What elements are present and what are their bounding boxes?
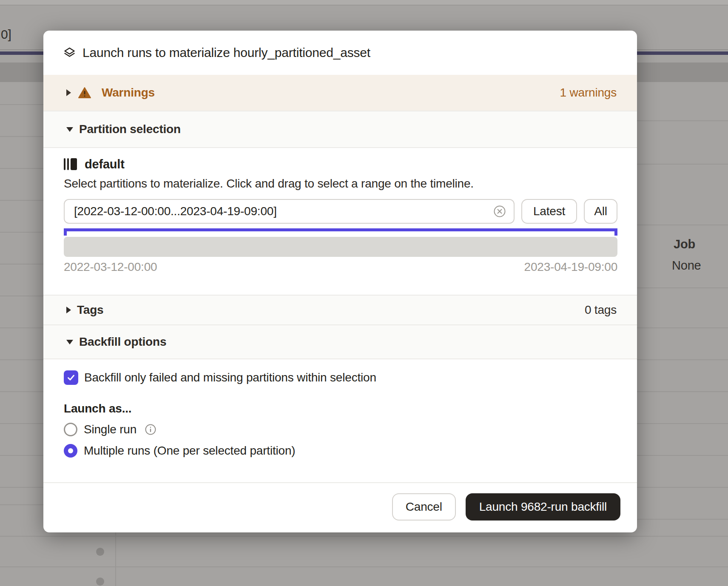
timeline-start-label: 2022-03-12-00:00: [64, 260, 157, 274]
partition-set-icon: [64, 158, 77, 170]
cancel-button[interactable]: Cancel: [392, 493, 456, 521]
dialog-footer: Cancel Launch 9682-run backfill: [43, 482, 637, 532]
timeline-selection-range[interactable]: [64, 228, 617, 231]
tags-count: 0 tags: [585, 303, 617, 317]
warning-triangle-icon: [78, 87, 91, 99]
single-run-label: Single run: [84, 423, 136, 436]
background-row-line: [0, 200, 43, 201]
backfill-options-content: Backfill only failed and missing partiti…: [43, 359, 637, 482]
background-row-line: [637, 391, 728, 392]
background-truncated-text: 0]: [1, 27, 11, 42]
warnings-section-toggle[interactable]: Warnings 1 warnings: [43, 75, 637, 111]
multiple-runs-label: Multiple runs (One per selected partitio…: [84, 444, 295, 458]
background-row-line: [637, 120, 728, 121]
launch-backfill-dialog: Launch runs to materialize hourly_partit…: [43, 31, 637, 532]
background-row-line: [637, 327, 728, 328]
background-row-line: [637, 423, 728, 424]
background-row-line: [637, 164, 728, 165]
background-row-line: [637, 359, 728, 360]
partition-range-value: [2022-03-12-00:00...2023-04-19-09:00]: [74, 205, 493, 218]
clear-selection-icon[interactable]: [493, 205, 506, 218]
background-row-line: [0, 455, 43, 456]
background-row-line: [0, 391, 43, 392]
background-row-line: [637, 519, 728, 520]
background-row-line: [0, 264, 43, 265]
caret-down-icon: [66, 340, 73, 344]
background-row-line: [0, 232, 43, 233]
background-row-line: [0, 487, 43, 488]
background-toolbar-band: [0, 0, 728, 6]
background-row-line: [0, 136, 43, 137]
warnings-label: Warnings: [102, 86, 155, 100]
background-row-line: [0, 359, 43, 360]
tags-label: Tags: [77, 303, 103, 317]
background-row-line: [637, 287, 728, 288]
partition-selection-toggle[interactable]: Partition selection: [43, 111, 637, 148]
background-row-line: [0, 536, 728, 537]
backfill-options-label: Backfill options: [79, 335, 166, 349]
launch-backfill-button[interactable]: Launch 9682-run backfill: [466, 493, 620, 521]
background-row-line: [637, 455, 728, 456]
dimension-name: default: [85, 157, 125, 171]
warnings-count: 1 warnings: [560, 86, 617, 100]
background-row-line: [637, 225, 728, 225]
caret-down-icon: [66, 127, 73, 132]
single-run-radio[interactable]: [64, 423, 77, 436]
partition-timeline[interactable]: [64, 237, 617, 257]
multiple-runs-radio[interactable]: [64, 444, 77, 458]
background-row-line: [0, 104, 43, 105]
partition-selection-content: default Select partitions to materialize…: [43, 148, 637, 295]
info-icon[interactable]: [145, 424, 156, 435]
background-row-line: [0, 327, 43, 328]
partition-selection-label: Partition selection: [79, 122, 181, 136]
partition-range-input[interactable]: [2022-03-12-00:00...2023-04-19-09:00]: [64, 199, 515, 224]
launch-as-label: Launch as...: [64, 402, 617, 415]
latest-button[interactable]: Latest: [521, 199, 577, 224]
timeline-end-label: 2023-04-19-09:00: [524, 260, 617, 274]
background-row-line: [0, 296, 43, 296]
background-status-dot: [96, 577, 104, 586]
all-button[interactable]: All: [584, 199, 617, 224]
background-row-line: [0, 504, 43, 505]
background-job-value: None: [672, 259, 701, 273]
failed-missing-checkbox[interactable]: [64, 370, 78, 385]
dialog-header: Launch runs to materialize hourly_partit…: [43, 31, 637, 75]
background-row-line: [0, 423, 43, 424]
materialize-layers-icon: [64, 47, 75, 59]
background-job-header: Job: [674, 237, 695, 251]
backfill-options-toggle[interactable]: Backfill options: [43, 324, 637, 359]
background-row-line: [0, 168, 43, 169]
background-row-line: [637, 487, 728, 488]
background-status-dot: [96, 548, 104, 556]
partition-description: Select partitions to materialize. Click …: [64, 177, 617, 191]
caret-right-icon: [66, 307, 71, 313]
failed-missing-checkbox-label: Backfill only failed and missing partiti…: [84, 371, 376, 384]
dialog-title: Launch runs to materialize hourly_partit…: [82, 46, 370, 60]
caret-right-icon: [66, 89, 71, 96]
tags-section-toggle[interactable]: Tags 0 tags: [43, 295, 637, 324]
background-row-line: [0, 566, 728, 567]
